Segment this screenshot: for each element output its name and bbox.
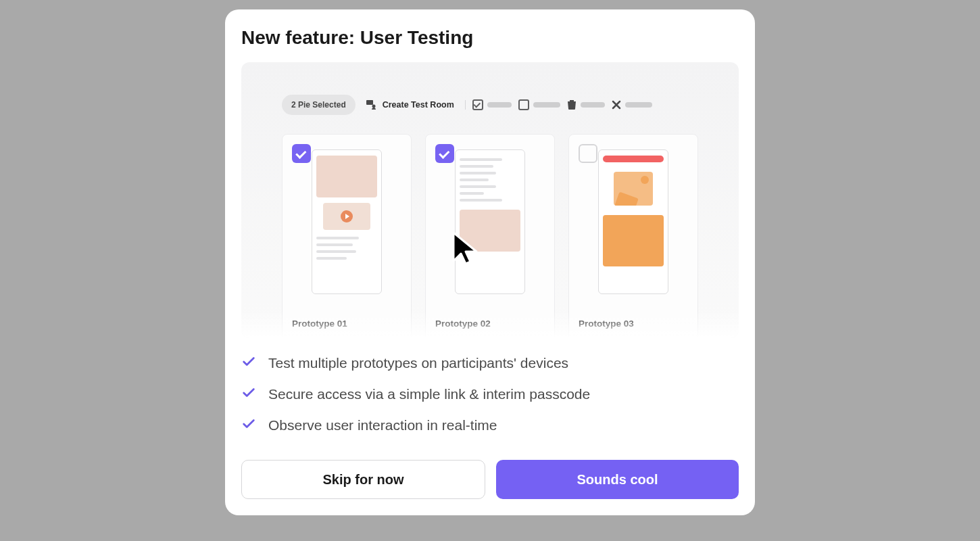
prototype-card-2: Prototype 02 (425, 134, 555, 338)
card-checkbox-selected-icon (292, 144, 311, 163)
selection-chip: 2 Pie Selected (282, 95, 356, 115)
illustration-fade (241, 311, 739, 338)
svg-rect-0 (366, 100, 373, 105)
prototype-preview (283, 135, 411, 308)
placeholder-bar (581, 102, 605, 108)
prototype-card-1: Prototype 01 (282, 134, 412, 338)
trash-icon (567, 99, 577, 110)
presenter-icon (366, 100, 378, 110)
illustration-panel: 2 Pie Selected Create Test Room (241, 62, 739, 338)
card-checkbox-icon (579, 144, 597, 163)
modal-actions: Skip for now Sounds cool (241, 460, 739, 499)
feature-bullet: Secure access via a simple link & interi… (241, 385, 739, 403)
placeholder-bar (533, 102, 560, 108)
svg-point-1 (372, 105, 375, 108)
create-test-room-label: Create Test Room (383, 100, 454, 110)
prototype-canvas (455, 149, 525, 294)
prototype-preview (426, 135, 554, 308)
modal-title: New feature: User Testing (241, 27, 739, 49)
feature-bullet-text: Observe user interaction in real-time (268, 417, 497, 433)
skip-button[interactable]: Skip for now (241, 460, 485, 499)
prototype-canvas (598, 149, 668, 294)
close-icon (612, 100, 621, 110)
feature-bullet-list: Test multiple prototypes on participants… (241, 354, 739, 434)
placeholder-bar (625, 102, 652, 108)
prototype-canvas (312, 149, 382, 294)
feature-bullet: Observe user interaction in real-time (241, 417, 739, 434)
confirm-button[interactable]: Sounds cool (496, 460, 739, 499)
create-test-room-action: Create Test Room (362, 100, 458, 110)
card-checkbox-selected-icon (435, 144, 454, 163)
prototype-card-3: Prototype 03 (568, 134, 698, 338)
check-icon (241, 354, 256, 372)
checkbox-checked-icon (472, 99, 483, 110)
feature-bullet-text: Test multiple prototypes on participants… (268, 355, 568, 371)
check-icon (241, 385, 256, 403)
prototype-card-row: Prototype 01 (241, 115, 739, 338)
checkbox-icon (518, 99, 529, 110)
illustration-toolbar: 2 Pie Selected Create Test Room (241, 62, 739, 115)
feature-announcement-modal: New feature: User Testing 2 Pie Selected… (225, 9, 755, 515)
toolbar-ghost-trash (567, 99, 605, 110)
prototype-preview (569, 135, 697, 308)
check-icon (241, 417, 256, 434)
play-icon (341, 210, 353, 222)
toolbar-ghost-close (612, 100, 652, 110)
toolbar-ghost-checked (472, 99, 512, 110)
toolbar-divider (465, 100, 466, 110)
placeholder-bar (487, 102, 512, 108)
feature-bullet: Test multiple prototypes on participants… (241, 354, 739, 372)
toolbar-ghost-unchecked (518, 99, 560, 110)
feature-bullet-text: Secure access via a simple link & interi… (268, 386, 590, 402)
